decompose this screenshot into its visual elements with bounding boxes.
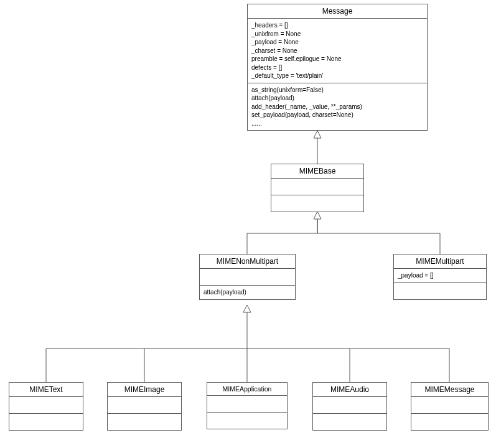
class-mimeaudio: MIMEAudio bbox=[312, 382, 387, 431]
class-message-attrs: _headers = [] _unixfrom = None _payload … bbox=[248, 19, 427, 83]
class-mimemessage-methods bbox=[411, 414, 488, 430]
class-mimemessage-attrs bbox=[411, 397, 488, 414]
class-mimeaudio-methods bbox=[313, 414, 386, 430]
class-mimeaudio-attrs bbox=[313, 397, 386, 414]
class-mimemultipart-attrs: _payload = [] bbox=[394, 269, 486, 283]
class-mimetext: MIMEText bbox=[9, 382, 83, 431]
arrow-children-mimebase bbox=[314, 212, 321, 219]
class-mimeimage-methods bbox=[108, 414, 181, 430]
class-mimemultipart-name: MIMEMultipart bbox=[394, 254, 486, 269]
class-mimeaudio-name: MIMEAudio bbox=[313, 383, 386, 397]
class-mimeimage-attrs bbox=[108, 397, 181, 414]
class-mimetext-methods bbox=[9, 414, 83, 430]
class-mimenonmultipart: MIMENonMultipart attach(payload) bbox=[199, 254, 296, 300]
class-message-methods: as_string(unixform=False) attach(payload… bbox=[248, 83, 427, 131]
class-mimetext-attrs bbox=[9, 397, 83, 414]
class-mimeimage-name: MIMEImage bbox=[108, 383, 181, 397]
class-mimebase-attrs bbox=[271, 179, 363, 195]
class-mimemessage: MIMEMessage bbox=[411, 382, 489, 431]
arrow-mimebase-message bbox=[314, 131, 321, 138]
class-mimebase: MIMEBase bbox=[271, 164, 364, 212]
class-mimebase-methods bbox=[271, 195, 363, 212]
class-mimeapplication-name: MIMEApplication bbox=[207, 383, 287, 396]
class-mimeimage: MIMEImage bbox=[107, 382, 182, 431]
class-mimeapplication-methods bbox=[207, 413, 287, 429]
class-message: Message _headers = [] _unixfrom = None _… bbox=[247, 4, 428, 131]
arrow-leaves-nonmultipart bbox=[243, 305, 251, 312]
class-mimenonmultipart-name: MIMENonMultipart bbox=[200, 254, 295, 269]
edge-leaves-outer bbox=[46, 348, 449, 382]
class-message-name: Message bbox=[248, 4, 427, 19]
class-mimetext-name: MIMEText bbox=[9, 383, 83, 397]
class-mimemultipart-methods bbox=[394, 283, 486, 299]
class-mimebase-name: MIMEBase bbox=[271, 164, 363, 179]
class-mimenonmultipart-methods: attach(payload) bbox=[200, 286, 295, 299]
class-mimemessage-name: MIMEMessage bbox=[411, 383, 488, 397]
class-mimenonmultipart-attrs bbox=[200, 269, 295, 286]
edge-mimebase-branch bbox=[247, 233, 440, 254]
class-mimeapplication: MIMEApplication bbox=[207, 382, 288, 429]
class-mimeapplication-attrs bbox=[207, 396, 287, 413]
class-mimemultipart: MIMEMultipart _payload = [] bbox=[393, 254, 487, 300]
